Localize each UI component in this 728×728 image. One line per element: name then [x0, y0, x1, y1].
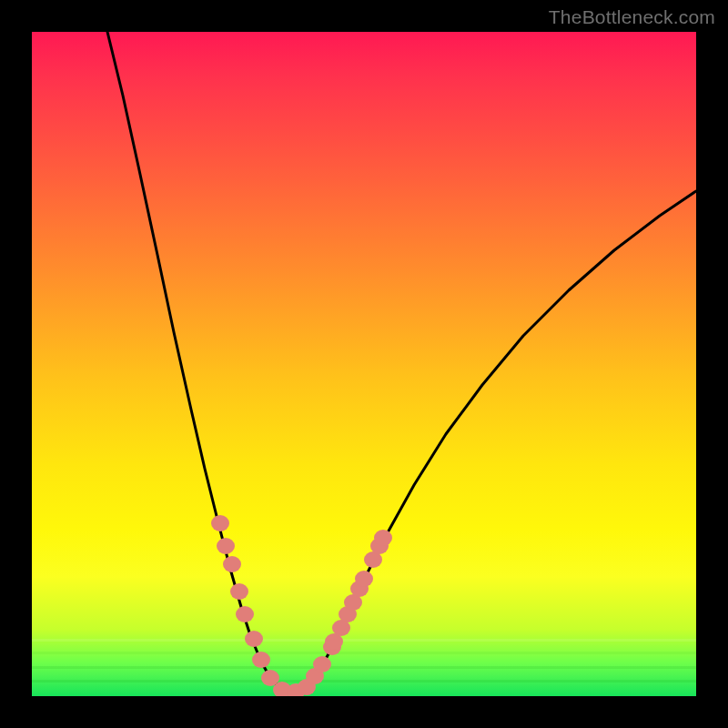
data-marker [223, 556, 241, 572]
data-marker [374, 530, 392, 546]
watermark-text: TheBottleneck.com [549, 6, 715, 28]
curve-layer [32, 32, 696, 696]
chart-frame: TheBottleneck.com [0, 0, 728, 728]
data-marker [236, 606, 254, 622]
data-markers [211, 515, 392, 696]
data-marker [230, 583, 248, 600]
curve-path [107, 32, 696, 693]
data-marker [313, 656, 331, 672]
data-marker [252, 652, 270, 668]
data-marker [245, 631, 263, 647]
plot-area [32, 32, 696, 696]
data-marker [355, 571, 373, 587]
bottleneck-curve [107, 32, 696, 693]
data-marker [217, 538, 235, 554]
data-marker [211, 515, 229, 531]
